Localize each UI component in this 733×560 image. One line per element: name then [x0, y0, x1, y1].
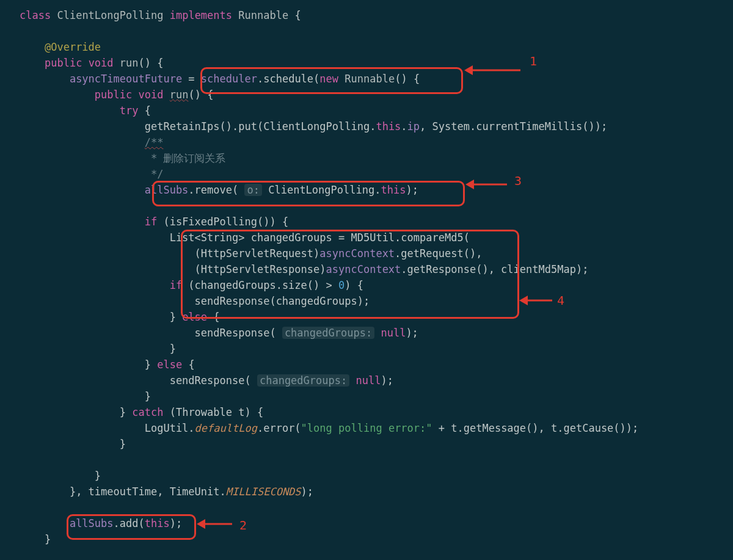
code-line: } else {: [20, 358, 195, 371]
code-line: }: [20, 470, 101, 482]
code-line: sendResponse( changedGroups: null);: [20, 327, 418, 339]
code-line: }: [20, 533, 51, 545]
code-line: getRetainIps().put(ClientLongPolling.thi…: [20, 120, 607, 133]
code-line: if (isFixedPolling()) {: [20, 216, 288, 228]
code-line: LogUtil.defaultLog.error("long polling e…: [20, 422, 638, 434]
code-line: sendResponse( changedGroups: null);: [20, 374, 393, 387]
code-line: public void run() {: [20, 89, 213, 101]
code-line: } else {: [20, 311, 220, 323]
code-line: (HttpServletResponse)asyncContext.getRes…: [20, 263, 588, 275]
code-line: }, timeoutTime, TimeUnit.MILLISECONDS);: [20, 485, 313, 498]
code-line: /**: [20, 136, 163, 148]
code-line: [20, 454, 120, 466]
code-line: allSubs.add(this);: [20, 517, 182, 529]
code-line: }: [20, 438, 126, 450]
code-line: }: [20, 343, 176, 355]
code-line: */: [20, 168, 163, 180]
code-block: class ClientLongPolling implements Runna…: [0, 0, 733, 547]
code-line: class ClientLongPolling implements Runna…: [20, 9, 301, 21]
code-line: [20, 501, 70, 514]
code-line: asyncTimeoutFuture = scheduler.schedule(…: [20, 73, 420, 85]
code-line: * 删除订阅关系: [20, 152, 225, 164]
code-line: List<String> changedGroups = MD5Util.com…: [20, 231, 470, 244]
code-line: }: [20, 390, 151, 402]
code-line: sendResponse(changedGroups);: [20, 295, 370, 307]
code-line: (HttpServletRequest)asyncContext.getRequ…: [20, 247, 482, 260]
code-line: allSubs.remove( o: ClientLongPolling.thi…: [20, 184, 418, 196]
code-line: @Override: [20, 41, 101, 53]
code-line: try {: [20, 104, 151, 117]
code-line: [20, 200, 145, 212]
code-line: if (changedGroups.size() > 0) {: [20, 279, 363, 291]
code-line: public void run() {: [20, 57, 164, 69]
code-line: } catch (Throwable t) {: [20, 406, 263, 418]
